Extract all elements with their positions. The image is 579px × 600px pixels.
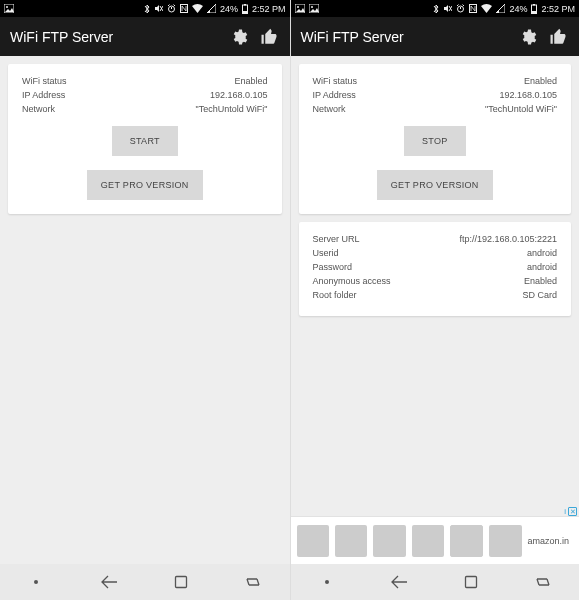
bluetooth-icon xyxy=(144,4,150,14)
ad-thumb[interactable] xyxy=(489,525,521,557)
thumbs-up-icon[interactable] xyxy=(547,26,569,48)
anon-value: Enabled xyxy=(524,274,557,288)
ip-label: IP Address xyxy=(313,88,356,102)
userid-label: Userid xyxy=(313,246,339,260)
ad-thumb[interactable] xyxy=(335,525,367,557)
start-button[interactable]: START xyxy=(112,126,178,156)
home-icon[interactable] xyxy=(171,572,191,592)
network-value: "TechUntold WiFi" xyxy=(196,102,268,116)
anon-label: Anonymous access xyxy=(313,274,391,288)
signal-icon xyxy=(496,4,505,13)
wifi-status-value: Enabled xyxy=(234,74,267,88)
wifi-status-label: WiFi status xyxy=(22,74,67,88)
picture-icon xyxy=(309,4,319,13)
get-pro-button[interactable]: GET PRO VERSION xyxy=(377,170,493,200)
get-pro-button[interactable]: GET PRO VERSION xyxy=(87,170,203,200)
alarm-icon xyxy=(167,4,176,13)
server-info-card: Server URL ftp://192.168.0.105:2221 User… xyxy=(299,222,572,316)
server-url-row: Server URL ftp://192.168.0.105:2221 xyxy=(313,232,558,246)
ad-strip[interactable]: i ✕ amazon.in xyxy=(291,516,580,564)
back-icon[interactable] xyxy=(99,572,119,592)
ad-badge[interactable]: i ✕ xyxy=(564,507,577,516)
picture-icon xyxy=(4,4,14,13)
ad-thumb[interactable] xyxy=(450,525,483,557)
wifi-status-label: WiFi status xyxy=(313,74,358,88)
content-area: WiFi status Enabled IP Address 192.168.0… xyxy=(0,56,290,600)
app-title: WiFi FTP Server xyxy=(301,29,510,45)
recents-icon[interactable] xyxy=(533,572,553,592)
network-label: Network xyxy=(313,102,346,116)
server-url-value: ftp://192.168.0.105:2221 xyxy=(459,232,557,246)
mute-icon xyxy=(154,4,163,13)
battery-icon xyxy=(242,4,248,14)
ip-row: IP Address 192.168.0.105 xyxy=(313,88,558,102)
ip-label: IP Address xyxy=(22,88,65,102)
svg-point-14 xyxy=(297,6,299,8)
network-label: Network xyxy=(22,102,55,116)
network-row: Network "TechUntold WiFi" xyxy=(22,102,268,116)
settings-icon[interactable] xyxy=(517,26,539,48)
userid-row: Userid android xyxy=(313,246,558,260)
root-value: SD Card xyxy=(522,288,557,302)
signal-icon xyxy=(207,4,216,13)
status-card: WiFi status Enabled IP Address 192.168.0… xyxy=(299,64,572,214)
svg-line-21 xyxy=(457,5,459,7)
password-row: Password android xyxy=(313,260,558,274)
mute-icon xyxy=(443,4,452,13)
userid-value: android xyxy=(527,246,557,260)
ip-value: 192.168.0.105 xyxy=(210,88,268,102)
recents-icon[interactable] xyxy=(243,572,263,592)
alarm-icon xyxy=(456,4,465,13)
ad-thumb[interactable] xyxy=(412,525,444,557)
svg-rect-10 xyxy=(244,4,246,6)
settings-icon[interactable] xyxy=(228,26,250,48)
app-title: WiFi FTP Server xyxy=(10,29,220,45)
wifi-status-value: Enabled xyxy=(524,74,557,88)
nfc-icon xyxy=(469,4,477,13)
svg-rect-25 xyxy=(533,4,535,6)
ad-thumb[interactable] xyxy=(297,525,329,557)
wifi-icon xyxy=(481,4,492,13)
wifi-status-row: WiFi status Enabled xyxy=(313,74,558,88)
nav-dot[interactable] xyxy=(317,572,337,592)
password-value: android xyxy=(527,260,557,274)
battery-text: 24% xyxy=(220,4,238,14)
picture-icon xyxy=(295,4,305,13)
nfc-icon xyxy=(180,4,188,13)
root-label: Root folder xyxy=(313,288,357,302)
back-icon[interactable] xyxy=(389,572,409,592)
svg-rect-12 xyxy=(175,577,186,588)
clock-text: 2:52 PM xyxy=(252,4,286,14)
wifi-icon xyxy=(192,4,203,13)
ad-choices-icon[interactable]: i xyxy=(564,507,566,516)
right-phone: 24% 2:52 PM WiFi FTP Server WiFi status … xyxy=(290,0,580,600)
clock-text: 2:52 PM xyxy=(541,4,575,14)
app-bar: WiFi FTP Server xyxy=(0,17,290,56)
svg-point-16 xyxy=(311,6,313,8)
home-icon[interactable] xyxy=(461,572,481,592)
server-url-label: Server URL xyxy=(313,232,360,246)
svg-point-1 xyxy=(6,6,8,8)
nav-bar xyxy=(0,564,290,600)
svg-line-6 xyxy=(168,5,170,7)
ad-brand[interactable]: amazon.in xyxy=(528,536,574,546)
status-card: WiFi status Enabled IP Address 192.168.0… xyxy=(8,64,282,214)
app-bar: WiFi FTP Server xyxy=(291,17,580,56)
root-row: Root folder SD Card xyxy=(313,288,558,302)
status-bar: 24% 2:52 PM xyxy=(291,0,580,17)
ad-close-icon[interactable]: ✕ xyxy=(568,507,577,516)
battery-icon xyxy=(531,4,537,14)
thumbs-up-icon[interactable] xyxy=(258,26,280,48)
battery-text: 24% xyxy=(509,4,527,14)
status-bar: 24% 2:52 PM xyxy=(0,0,290,17)
ip-row: IP Address 192.168.0.105 xyxy=(22,88,268,102)
ad-thumb[interactable] xyxy=(373,525,405,557)
svg-rect-11 xyxy=(243,11,247,13)
svg-line-7 xyxy=(173,5,175,7)
password-label: Password xyxy=(313,260,353,274)
svg-rect-26 xyxy=(532,11,536,13)
bluetooth-icon xyxy=(433,4,439,14)
nav-bar xyxy=(291,564,580,600)
nav-dot[interactable] xyxy=(26,572,46,592)
stop-button[interactable]: STOP xyxy=(404,126,466,156)
